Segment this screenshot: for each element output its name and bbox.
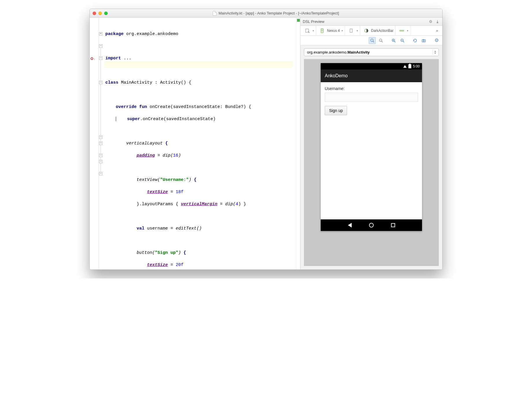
username-input[interactable]	[325, 93, 418, 102]
window-controls	[93, 12, 108, 15]
gutter[interactable]: ↑	[90, 18, 99, 269]
phone-nav-bar	[321, 219, 422, 231]
hide-panel-icon[interactable]: ⇥	[435, 19, 440, 24]
ide-window: MainActivity.kt - [app] - Anko Template …	[89, 9, 443, 270]
device-icon[interactable]	[319, 27, 326, 34]
code-text: onCreate(savedInstanceState: Bundle?) {	[147, 104, 251, 109]
code-text: MainActivity : Activity() {	[118, 80, 191, 85]
kw-val: val	[137, 226, 144, 231]
phone-status-bar: 5:00	[321, 63, 422, 69]
minimize-window-button[interactable]	[98, 12, 102, 15]
code-text: = dip(	[217, 202, 236, 207]
locale-button[interactable]	[398, 27, 405, 34]
svg-rect-0	[306, 29, 309, 32]
code-textView: textView(	[137, 177, 160, 182]
preview-toolbar-1: ▾ Nexus 4▾ ▾ DarkActio	[300, 26, 442, 36]
zoom-window-button[interactable]	[104, 12, 108, 15]
overflow-button[interactable]: »	[434, 27, 441, 34]
screenshot-button[interactable]	[420, 37, 427, 44]
activity-selector[interactable]: org.example.ankodemo.MainActivity ▲▼	[304, 48, 439, 56]
nav-home-icon[interactable]	[369, 223, 374, 227]
fold-toggle-oncreate[interactable]: −	[99, 56, 102, 60]
analysis-ok-icon[interactable]	[297, 19, 300, 22]
code-text: ) }	[238, 202, 246, 207]
kw-package: package	[105, 32, 124, 36]
code-text: {	[165, 141, 168, 146]
zoom-in-button[interactable]	[390, 37, 397, 44]
titlebar: MainActivity.kt - [app] - Anko Template …	[90, 9, 442, 18]
code-area[interactable]: package org.example.ankodemo import ... …	[104, 18, 296, 269]
override-up-arrow-icon: ↑	[94, 56, 96, 63]
render-config-button[interactable]	[304, 27, 311, 34]
signup-button[interactable]: Sign up	[325, 106, 347, 115]
activity-package: org.example.ankodemo.	[307, 50, 347, 54]
dropdown-arrow-icon[interactable]: ▾	[342, 29, 343, 32]
stepper-icon[interactable]: ▲▼	[433, 49, 437, 55]
status-time: 5:00	[413, 64, 420, 68]
kw-class: class	[105, 80, 118, 85]
phone-app-body: Username: Sign up	[321, 82, 422, 219]
code-button: button(	[137, 250, 155, 255]
fold-close-4[interactable]: −	[99, 172, 102, 175]
phone-frame: 5:00 AnkoDemo Username: Sign up	[321, 63, 422, 231]
svg-point-13	[423, 40, 424, 41]
dropdown-arrow-icon[interactable]: ▾	[357, 29, 358, 32]
override-marker-icon[interactable]	[91, 57, 93, 60]
close-window-button[interactable]	[93, 12, 96, 15]
username-label: Username:	[325, 86, 418, 91]
wifi-icon	[403, 65, 407, 68]
fold-toggle-class[interactable]: −	[99, 44, 102, 48]
fold-close-3[interactable]: −	[99, 160, 102, 163]
svg-rect-2	[322, 29, 323, 32]
zoom-out-button[interactable]	[399, 37, 406, 44]
str-username: "Username:"	[160, 177, 189, 182]
fold-toggle-button[interactable]: −	[99, 135, 102, 139]
file-icon	[213, 11, 217, 16]
prop-verticalMargin: verticalMargin	[181, 202, 217, 207]
kw-fun: fun	[137, 104, 147, 109]
svg-rect-5	[400, 30, 401, 31]
zoom-fit-button[interactable]	[369, 37, 376, 44]
refresh-button[interactable]	[412, 37, 419, 44]
settings-gear-button[interactable]: ⚙	[433, 37, 440, 44]
orientation-button[interactable]	[348, 27, 355, 34]
nav-recent-icon[interactable]	[391, 223, 395, 227]
nav-back-icon[interactable]	[348, 223, 352, 227]
device-selector[interactable]: Nexus 4	[327, 29, 340, 33]
fold-column[interactable]: + − − − − − − − −	[99, 18, 104, 269]
code-text: ...	[124, 56, 131, 61]
dropdown-arrow-icon[interactable]: ▾	[407, 29, 408, 32]
window-title: MainActivity.kt - [app] - Anko Template …	[219, 11, 339, 15]
code-text: {	[184, 250, 186, 255]
kw-override: override	[116, 104, 137, 109]
code-text: =	[168, 190, 176, 195]
num-20f: 20f	[176, 263, 184, 267]
code-text: username =	[144, 226, 176, 231]
editor-pane[interactable]: ↑ + − − − − − − − − package org.example.…	[90, 18, 300, 269]
theme-selector[interactable]: DarkActionBar	[371, 29, 393, 33]
fold-toggle-vlayout[interactable]: −	[99, 81, 102, 84]
zoom-actual-button[interactable]: 1:1	[377, 37, 384, 44]
preview-header: DSL Preview ⚙ ⇥	[300, 18, 442, 26]
device-canvas: 5:00 AnkoDemo Username: Sign up	[304, 59, 439, 266]
error-stripe[interactable]	[296, 18, 300, 269]
svg-rect-6	[402, 30, 404, 31]
svg-point-7	[371, 39, 373, 41]
fold-close-2[interactable]: −	[99, 154, 102, 157]
svg-rect-3	[350, 29, 352, 32]
preview-pane: DSL Preview ⚙ ⇥ ▾ Nexus 4▾	[300, 18, 442, 269]
current-line-highlight	[104, 61, 293, 67]
activity-class: MainActivity	[347, 50, 370, 54]
num-18f: 18f	[176, 190, 184, 195]
dropdown-arrow-icon[interactable]: ▾	[313, 29, 314, 32]
code-editText: editText()	[176, 226, 202, 231]
fold-toggle-import[interactable]: +	[99, 32, 102, 36]
theme-icon[interactable]	[363, 27, 370, 34]
preview-toolbar-2: 1:1 ⚙	[300, 36, 442, 45]
code-text: )	[178, 250, 184, 255]
battery-icon	[408, 64, 411, 68]
svg-rect-14	[423, 39, 424, 40]
gear-icon[interactable]: ⚙	[428, 19, 433, 24]
fold-close-1[interactable]: −	[99, 142, 102, 145]
code-text: )	[178, 153, 181, 158]
